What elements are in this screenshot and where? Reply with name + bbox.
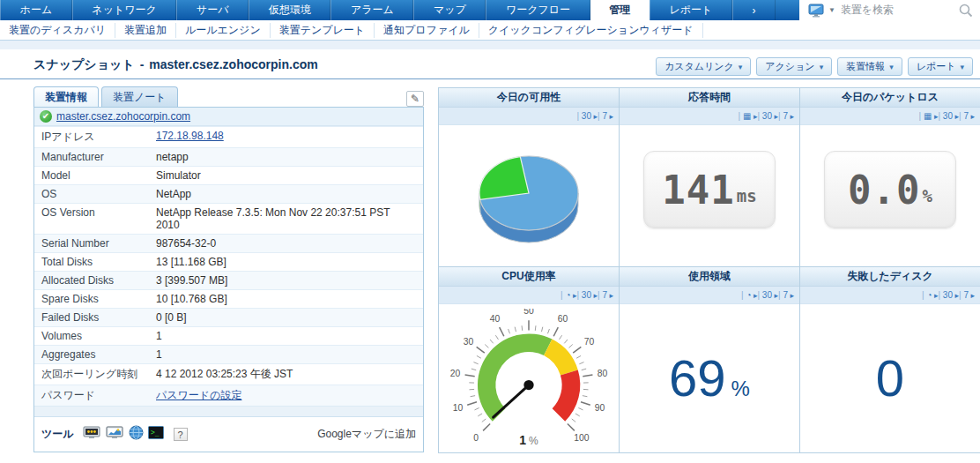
response-time-value: 141 (662, 168, 734, 213)
dropdown-button[interactable]: アクション ▾ (756, 57, 832, 76)
widget-period-links: ◔307 (439, 287, 619, 304)
widget-period-link[interactable]: 7 (598, 290, 613, 300)
nav-tab-label: マップ (434, 3, 466, 18)
widget-period-link[interactable]: 30 (938, 290, 959, 300)
widget-period-link[interactable]: 7 (959, 290, 975, 300)
password-tool-icon[interactable] (83, 426, 101, 443)
device-search-bar[interactable]: ▼ 装置を検索 (799, 0, 980, 20)
device-panel-tab[interactable]: 装置ノート (101, 86, 178, 107)
table-row: Failed Disks 0 [0 B] (34, 308, 423, 326)
search-icon[interactable] (958, 3, 973, 18)
edit-icon[interactable]: ✎ (406, 91, 424, 107)
widget-link-label: 7 (783, 111, 788, 121)
row-value: 1 (156, 330, 423, 342)
search-placeholder[interactable]: 装置を検索 (841, 3, 958, 18)
table-row: 次回ポーリング時刻 4 12 2012 03:25:23 午後 JST (34, 363, 423, 385)
admin-menu-item-label: ルールエンジン (185, 24, 261, 36)
row-value: NetApp (156, 188, 423, 200)
dropdown-button[interactable]: カスタムリンク ▾ (656, 57, 751, 76)
widget-link-label: 7 (602, 111, 607, 121)
widget-link-label: 7 (783, 290, 788, 300)
row-label: Failed Disks (34, 311, 156, 324)
disk-usage-unit: % (731, 377, 750, 400)
top-navbar: ホーム ネットワーク サーバ 仮想環境 アラーム (0, 0, 980, 20)
device-status-row: ✔ master.csez.zohocorpin.com (34, 108, 423, 126)
page-title: スナップショット-master.csez.zohocorpin.com (33, 57, 318, 78)
add-to-google-maps-link[interactable]: Googleマップに追加 (317, 427, 416, 442)
table-row: Model Simulator (34, 166, 423, 184)
admin-menu-item[interactable]: 通知プロファイル (375, 23, 479, 38)
widget-period-links: 307 (439, 108, 619, 125)
availability-pie-chart[interactable] (445, 138, 612, 253)
widget-period-link[interactable]: 30 (938, 111, 959, 121)
nav-tab[interactable]: › (732, 0, 776, 20)
admin-menu-item[interactable]: ルールエンジン (176, 23, 271, 38)
widget-link-icon: ◔ (746, 290, 751, 300)
widget-period-links: ▦307 (800, 108, 980, 125)
admin-menu-item[interactable]: 装置のディスカバリ (0, 23, 115, 38)
device-panel-tab[interactable]: 装置情報 (33, 86, 99, 107)
lcd-display: 141 ms (643, 151, 776, 228)
row-label: OS Version (34, 206, 156, 231)
widget-period-link[interactable]: ◔ (922, 290, 938, 300)
web-globe-icon[interactable] (129, 425, 144, 443)
page-title-prefix: スナップショット (33, 57, 135, 71)
widget-period-link[interactable]: ◔ (561, 290, 576, 300)
device-name-link[interactable]: master.csez.zohocorpin.com (56, 110, 190, 123)
admin-menu-item-label: クイックコンフィグレーションウィザード (488, 24, 694, 36)
nav-tab[interactable]: レポート (650, 0, 732, 20)
nav-tab-label: › (752, 4, 755, 17)
widget-link-icon: ▦ (924, 111, 932, 121)
nav-tab[interactable]: サーバ (176, 0, 249, 20)
dropdown-button[interactable]: レポート ▾ (908, 57, 973, 76)
widget-period-link[interactable]: ▦ (919, 111, 939, 121)
admin-menu-item[interactable]: 装置追加 (115, 23, 176, 38)
row-value: 0 [0 B] (156, 311, 423, 324)
terminal-icon[interactable]: >_ (148, 426, 164, 442)
row-label: Serial Number (34, 237, 156, 250)
widget-period-link[interactable]: 7 (959, 111, 975, 121)
widget-period-link[interactable]: 7 (778, 290, 794, 300)
nav-tab[interactable]: マップ (413, 0, 486, 20)
widget-failed-disks: 失敗したディスク ◔307 0 (800, 267, 980, 453)
dropdown-button[interactable]: 装置情報 ▾ (837, 57, 902, 76)
admin-menubar: 装置のディスカバリ 装置追加 ルールエンジン 装置テンプレート 通知プロファイル… (0, 20, 980, 41)
gauge-ticks: 0102030405060708090100 (450, 309, 608, 443)
table-row: Volumes 1 (34, 326, 423, 345)
widget-period-link[interactable]: 30 (576, 111, 598, 121)
widget-period-link[interactable]: 7 (778, 111, 794, 121)
widget-period-link[interactable]: 7 (598, 111, 613, 121)
widget-link-label: 30 (582, 111, 591, 121)
search-scope-caret-icon[interactable]: ▼ (828, 6, 835, 14)
packet-loss-unit: % (923, 186, 932, 205)
nav-tab[interactable]: ネットワーク (72, 0, 177, 20)
cpu-gauge[interactable]: 0102030405060708090100 (439, 309, 619, 448)
table-row: Serial Number 987654-32-0 (34, 234, 423, 252)
row-value: 987654-32-0 (156, 237, 423, 250)
tools-footer: ツール (34, 416, 423, 452)
performance-monitor-icon[interactable] (106, 426, 124, 443)
packet-loss-value: 0.0 (848, 168, 920, 213)
disk-usage-value-wrap: 69% (669, 353, 750, 404)
nav-tab[interactable]: 仮想環境 (249, 0, 330, 20)
lcd-display: 0.0 % (824, 151, 956, 228)
svg-text:70: 70 (584, 337, 595, 347)
help-icon[interactable]: ? (174, 428, 188, 441)
admin-menu-item[interactable]: 装置テンプレート (271, 23, 375, 38)
row-label: Model (34, 169, 156, 182)
nav-blue-bar: ホーム ネットワーク サーバ 仮想環境 アラーム (0, 0, 799, 20)
chevron-down-icon: ▾ (820, 63, 824, 71)
widget-title: 使用領域 (620, 267, 799, 287)
nav-tab[interactable]: ワークフロー (486, 0, 590, 20)
nav-tab[interactable]: 管理 (590, 0, 650, 20)
widget-period-link[interactable]: 30 (757, 290, 778, 300)
widget-period-link[interactable]: 30 (757, 111, 778, 121)
widget-period-link[interactable]: 30 (576, 290, 598, 300)
nav-tab[interactable]: ホーム (0, 0, 72, 20)
admin-menu-item[interactable]: クイックコンフィグレーションウィザード (479, 23, 703, 38)
nav-tab[interactable]: アラーム (330, 0, 413, 20)
widget-period-link[interactable]: ◔ (741, 290, 757, 300)
gauge-needle (494, 380, 534, 417)
widget-period-link[interactable]: ▦ (739, 111, 758, 121)
table-row: OS Version NetApp Release 7.3.5: Mon Nov… (34, 203, 423, 234)
